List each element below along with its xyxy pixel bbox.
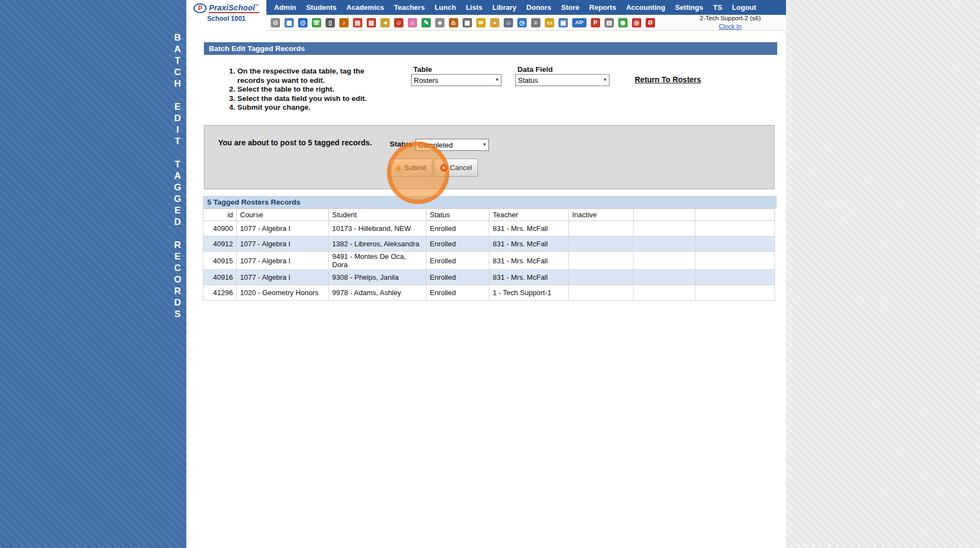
nav-item-store[interactable]: Store: [556, 3, 584, 12]
nav-item-logout[interactable]: Logout: [727, 3, 761, 12]
megaphone-icon[interactable]: ◄: [380, 18, 390, 27]
instruction-item: Select the data field you wish to edit.: [237, 94, 383, 104]
cell: Enrolled: [426, 285, 489, 301]
table-row[interactable]: 412961020 - Geometry Honors9978 - Adams,…: [203, 285, 775, 301]
cell: [569, 236, 634, 252]
toolbar-icons: ⊙▦@☏▯♪▤▥◄☺☺✎☻♨▦✉»☺◷≡▭▣A/PP▤◉◎Ø: [269, 18, 657, 27]
email-icon[interactable]: @: [298, 18, 307, 27]
cell: Enrolled: [426, 221, 489, 236]
table-row[interactable]: 409161077 - Algebra I9308 - Phelps, Jani…: [203, 270, 775, 285]
clock-icon[interactable]: ◷: [517, 18, 527, 27]
calculator-icon[interactable]: ▦: [463, 18, 472, 27]
table-row[interactable]: 409001077 - Algebra I10173 - Hillebrand,…: [203, 221, 775, 236]
vertical-letter: D: [174, 297, 181, 308]
id-card-icon[interactable]: ▭: [545, 18, 554, 27]
power-icon[interactable]: Ø: [646, 18, 655, 27]
help-icon[interactable]: ◎: [632, 18, 641, 27]
cell: 40915: [203, 252, 237, 270]
cell: [634, 221, 696, 236]
column-header-course: Course: [237, 209, 329, 221]
vertical-letter: E: [174, 101, 180, 112]
cancel-button[interactable]: ✖ Cancel: [434, 159, 478, 177]
instruction-item: On the respective data table, tag the re…: [237, 67, 383, 85]
cell: 1 - Tech Support-1: [489, 285, 569, 301]
cell: 831 - Mrs. McFall: [489, 236, 569, 252]
cell: [569, 221, 634, 236]
speaker-icon[interactable]: ♪: [339, 18, 349, 27]
main-window: P PraxiSchool™ School 1001 AdminStudents…: [186, 0, 786, 548]
badge-icon[interactable]: ▣: [559, 18, 568, 27]
notes-icon[interactable]: ✎: [421, 18, 431, 27]
nav-item-teachers[interactable]: Teachers: [389, 3, 430, 12]
data-field-select[interactable]: Status: [516, 75, 609, 86]
return-to-rosters-link[interactable]: Return To Rosters: [635, 75, 701, 84]
nav-item-academics[interactable]: Academics: [341, 3, 389, 12]
table-row[interactable]: 409121077 - Algebra I1382 - Libreros, Al…: [203, 236, 775, 252]
records-header-row: idCourseStudentStatusTeacherInactive: [203, 209, 775, 221]
cell: Enrolled: [426, 252, 489, 270]
column-header-teacher: Teacher: [489, 209, 569, 221]
cell: [696, 236, 775, 252]
cell: 41296: [203, 285, 237, 301]
cell: Enrolled: [426, 236, 489, 252]
brand-name-text: PraxiSchool: [209, 3, 255, 12]
list-icon[interactable]: ≡: [531, 18, 540, 27]
vertical-letter: A: [174, 170, 181, 182]
nav-item-settings[interactable]: Settings: [670, 3, 708, 12]
nav-item-accounting[interactable]: Accounting: [621, 3, 670, 12]
calendar-icon[interactable]: ▤: [353, 18, 362, 27]
web-icon[interactable]: ◉: [618, 18, 628, 27]
status-select[interactable]: Completed: [416, 139, 488, 150]
table-select[interactable]: Rosters: [412, 75, 501, 86]
nav-item-library[interactable]: Library: [487, 3, 521, 12]
vertical-letter: T: [175, 159, 180, 170]
data-field-label: Data Field: [517, 65, 553, 74]
nav-item-reports[interactable]: Reports: [584, 3, 621, 12]
print-icon[interactable]: ▤: [605, 18, 614, 27]
chat-icon[interactable]: ☏: [312, 18, 321, 27]
contact-icon[interactable]: ☺: [408, 18, 417, 27]
student-icon[interactable]: ☺: [394, 18, 403, 27]
nav-item-admin[interactable]: Admin: [269, 3, 301, 12]
nav-item-ts[interactable]: TS: [708, 3, 727, 12]
cell: [569, 252, 634, 270]
clock-in-link[interactable]: Clock In: [719, 23, 742, 30]
family-icon[interactable]: ☻: [435, 18, 445, 27]
grid-icon[interactable]: ▦: [284, 18, 294, 27]
mail-icon[interactable]: ✉: [476, 18, 486, 27]
cell: 40912: [203, 236, 237, 252]
nav-item-students[interactable]: Students: [301, 3, 341, 12]
submit-button[interactable]: ◉ Submit: [389, 159, 432, 177]
cell: 9491 - Montes De Oca, Dora: [329, 252, 426, 270]
person-icon[interactable]: ☺: [504, 18, 513, 27]
mobile-icon[interactable]: ▯: [326, 18, 335, 27]
vertical-letter: T: [175, 55, 180, 66]
cell: 1077 - Algebra I: [237, 270, 329, 285]
column-header-status: Status: [426, 209, 489, 221]
cell: 1077 - Algebra I: [237, 252, 329, 270]
vertical-letter: T: [175, 135, 180, 147]
logo-line: P PraxiSchool™: [186, 3, 266, 13]
table-row[interactable]: 409151077 - Algebra I9491 - Montes De Oc…: [203, 252, 775, 270]
vertical-letter: B: [174, 32, 181, 43]
send-mail-icon[interactable]: »: [490, 18, 499, 27]
instruction-item: Select the table to the right.: [237, 85, 383, 94]
search-icon[interactable]: ⊙: [271, 18, 280, 27]
cancel-label: Cancel: [450, 163, 472, 172]
lunch-icon[interactable]: ♨: [449, 18, 458, 27]
schedule-icon[interactable]: ▥: [367, 18, 376, 27]
nav-item-lists[interactable]: Lists: [461, 3, 487, 12]
vertical-letter: E: [174, 205, 180, 216]
nav-item-donors[interactable]: Donors: [521, 3, 556, 12]
cell: Enrolled: [426, 270, 489, 285]
app-logo[interactable]: P PraxiSchool™ School 1001: [186, 0, 266, 31]
nav-item-lunch[interactable]: Lunch: [430, 3, 461, 12]
pdf-icon[interactable]: P: [591, 18, 600, 27]
ap-icon[interactable]: A/P: [572, 18, 586, 27]
cell: [696, 252, 775, 270]
user-info: 2-Tech Support-2 (s6) Clock In: [700, 15, 761, 30]
confirm-panel: You are about to post to 5 tagged record…: [204, 125, 774, 189]
cell: [634, 236, 696, 252]
cell: 40916: [203, 270, 237, 285]
instruction-item: Submit your change.: [237, 103, 383, 112]
